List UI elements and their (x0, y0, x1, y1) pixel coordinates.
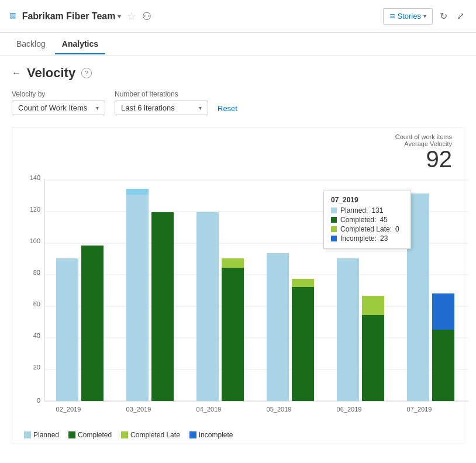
header-actions: ≡ Stories ▾ ↻ ⤢ (383, 8, 467, 25)
bar-04-completed-late (222, 258, 244, 268)
iterations-label: Number of Iterations (115, 90, 208, 98)
tooltip-incomplete-label: Incomplete: (340, 234, 377, 243)
chart-meta: Count of work items Average Velocity 92 (18, 133, 458, 171)
reset-button[interactable]: Reset (218, 102, 237, 115)
svg-text:40: 40 (33, 332, 40, 339)
legend-completed-color (68, 431, 75, 438)
chart-tooltip: 07_2019 Planned: 131 Completed: 45 Compl… (323, 191, 411, 249)
header: ≡ Fabrikam Fiber Team ▾ ☆ ⚇ ≡ Stories ▾ … (0, 0, 476, 33)
velocity-by-filter: Velocity by Count of Work Items ▾ (12, 90, 105, 115)
stories-list-icon: ≡ (389, 11, 395, 22)
tooltip-completed-value: 45 (380, 216, 387, 224)
filters-row: Velocity by Count of Work Items ▾ Number… (12, 90, 464, 115)
bar-02-planned (56, 258, 78, 401)
bar-06-planned (337, 258, 359, 401)
legend-planned-label: Planned (33, 431, 59, 439)
bar-05-planned (267, 253, 289, 401)
tooltip-planned-value: 131 (371, 206, 383, 215)
bar-07-completed (432, 330, 454, 401)
help-icon[interactable]: ? (81, 68, 92, 78)
metric-label: Count of work items (18, 133, 452, 140)
tooltip-completed-late-row: Completed Late: 0 (331, 225, 403, 233)
team-chevron-icon[interactable]: ▾ (118, 12, 121, 20)
tooltip-planned-row: Planned: 131 (331, 206, 403, 215)
legend-planned: Planned (24, 431, 59, 439)
tooltip-completed-late-label: Completed Late: (340, 225, 392, 233)
tooltip-planned-label: Planned: (340, 206, 368, 215)
velocity-by-select[interactable]: Count of Work Items ▾ (12, 101, 105, 115)
legend-completed-label: Completed (78, 431, 112, 439)
chart-area: .axis-text { font-size: 11px; fill: #666… (18, 173, 458, 426)
legend-planned-color (24, 431, 31, 438)
tab-backlog[interactable]: Backlog (9, 34, 53, 54)
legend-incomplete-label: Incomplete (199, 431, 233, 439)
tooltip-completed-late-color (331, 226, 337, 232)
stories-selector[interactable]: ≡ Stories ▾ (383, 8, 433, 25)
back-button[interactable]: ← (12, 68, 21, 78)
stories-chevron-icon: ▾ (423, 13, 426, 19)
nav-tabs: Backlog Analytics (0, 33, 476, 56)
bar-03-highlight (126, 189, 149, 195)
team-name: Fabrikam Fiber Team (22, 11, 116, 22)
svg-text:20: 20 (33, 364, 40, 371)
bar-03-planned (126, 195, 149, 401)
tooltip-completed-color (331, 217, 337, 223)
tooltip-completed-label: Completed: (340, 216, 376, 224)
iterations-select[interactable]: Last 6 iterations ▾ (115, 101, 208, 115)
svg-text:06_2019: 06_2019 (337, 406, 362, 413)
velocity-heading: ← Velocity ? (12, 65, 464, 81)
velocity-by-value: Count of Work Items (18, 103, 87, 112)
bar-06-completed-late (362, 296, 384, 315)
stories-label: Stories (398, 12, 421, 20)
expand-button[interactable]: ⤢ (454, 8, 467, 24)
iterations-chevron-icon: ▾ (199, 105, 202, 111)
bar-06-completed (362, 315, 384, 401)
bar-07-incomplete (432, 293, 454, 330)
app-icon: ≡ (9, 9, 16, 23)
tooltip-incomplete-color (331, 236, 337, 241)
tooltip-completed-row: Completed: 45 (331, 216, 403, 224)
tooltip-planned-color (331, 208, 337, 213)
bar-05-completed-late (292, 279, 314, 287)
page-content: ← Velocity ? Velocity by Count of Work I… (0, 56, 476, 454)
legend-incomplete-color (189, 431, 196, 438)
bar-02-completed (81, 246, 104, 401)
chart-legend: Planned Completed Completed Late Incompl… (18, 426, 458, 444)
favorite-icon[interactable]: ☆ (127, 10, 136, 23)
refresh-button[interactable]: ↻ (437, 8, 450, 24)
legend-incomplete: Incomplete (189, 431, 233, 439)
tooltip-incomplete-row: Incomplete: 23 (331, 234, 403, 243)
svg-text:140: 140 (30, 174, 40, 181)
avg-velocity-label: Average Velocity (18, 140, 452, 147)
svg-text:80: 80 (33, 269, 40, 276)
velocity-by-label: Velocity by (12, 90, 105, 98)
tab-analytics[interactable]: Analytics (55, 34, 105, 54)
team-members-icon[interactable]: ⚇ (142, 10, 151, 23)
svg-text:07_2019: 07_2019 (407, 406, 432, 413)
svg-text:60: 60 (33, 300, 40, 307)
avg-velocity-value: 92 (18, 147, 452, 171)
svg-text:02_2019: 02_2019 (56, 406, 81, 413)
iterations-filter: Number of Iterations Last 6 iterations ▾ (115, 90, 208, 115)
legend-completed-late-label: Completed Late (130, 431, 180, 439)
svg-text:04_2019: 04_2019 (196, 406, 222, 413)
legend-completed-late-color (121, 431, 128, 438)
page-title: Velocity (27, 65, 75, 81)
bar-04-planned (196, 212, 219, 401)
svg-text:100: 100 (30, 237, 40, 244)
chart-container: Count of work items Average Velocity 92 … (12, 127, 464, 444)
bar-03-completed (151, 212, 174, 401)
bar-05-completed (292, 287, 314, 401)
svg-text:03_2019: 03_2019 (126, 406, 151, 413)
legend-completed-late: Completed Late (121, 431, 180, 439)
legend-completed: Completed (68, 431, 112, 439)
tooltip-completed-late-value: 0 (395, 225, 399, 233)
velocity-by-chevron-icon: ▾ (96, 105, 99, 111)
iterations-value: Last 6 iterations (121, 103, 175, 112)
svg-text:120: 120 (30, 206, 40, 213)
tooltip-title: 07_2019 (331, 196, 403, 204)
tooltip-incomplete-value: 23 (380, 234, 388, 243)
svg-text:05_2019: 05_2019 (267, 406, 292, 413)
bar-04-completed (222, 268, 244, 401)
svg-text:0: 0 (37, 397, 40, 404)
